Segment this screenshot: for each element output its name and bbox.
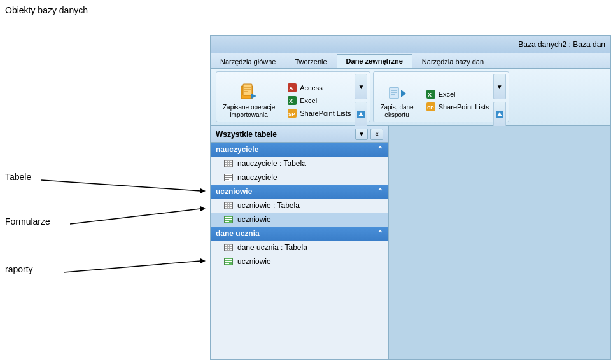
- nav-header-text: Wszystkie tabele: [216, 130, 277, 139]
- export-excel-dropdown[interactable]: ▼: [493, 74, 506, 99]
- import-access-dropdown[interactable]: ▼: [355, 74, 367, 99]
- nav-header: Wszystkie tabele ▼ «: [211, 126, 388, 143]
- ribbon-content: Zapisane operacjeimportowania A Access: [211, 69, 610, 126]
- svg-rect-20: [390, 87, 398, 99]
- nav-item-dane-ucznia-report[interactable]: uczniowie: [211, 255, 388, 269]
- nav-item-label: uczniowie: [237, 215, 271, 224]
- form-icon-nauczyciele: [223, 172, 234, 183]
- import-extra-btn[interactable]: [355, 102, 367, 127]
- ribbon-tabs: Narzędzia główne Tworzenie Dane zewnętrz…: [211, 53, 610, 69]
- access-import-icon: A: [287, 83, 297, 93]
- svg-marker-3: [200, 206, 206, 211]
- group-header-dane-ucznia[interactable]: dane ucznia ⌃: [211, 227, 388, 241]
- excel-export-button[interactable]: X Excel: [423, 88, 492, 100]
- group-collapse-dane-ucznia: ⌃: [377, 229, 383, 238]
- tab-dane-zewnetrzne[interactable]: Dane zewnętrzne: [337, 54, 412, 68]
- tab-narzedzia-glowne[interactable]: Narzędzia główne: [211, 54, 285, 68]
- import-small-btns: A Access X Excel: [284, 82, 353, 119]
- sharepoint-import-button[interactable]: SP SharePoint Lists: [284, 108, 353, 119]
- sharepoint-import-label: SharePoint Lists: [300, 109, 351, 117]
- svg-marker-1: [200, 188, 206, 193]
- svg-text:X: X: [428, 92, 432, 98]
- svg-text:A: A: [289, 85, 293, 92]
- group-header-nauczyciele[interactable]: nauczyciele ⌃: [211, 143, 388, 157]
- nav-dropdown-btn[interactable]: ▼: [355, 129, 368, 140]
- nav-item-label: dane ucznia : Tabela: [237, 243, 307, 252]
- group-name-dane-ucznia: dane ucznia: [216, 229, 260, 238]
- excel-export-label: Excel: [439, 90, 456, 98]
- svg-text:SP: SP: [427, 105, 434, 111]
- tab-narzedzia-bazy[interactable]: Narzędzia bazy dan: [412, 54, 493, 68]
- excel-import-button[interactable]: X Excel: [284, 95, 353, 106]
- excel-import-icon: X: [287, 95, 297, 106]
- nav-item-dane-ucznia-tabela[interactable]: dane ucznia : Tabela: [211, 241, 388, 255]
- svg-text:X: X: [289, 98, 293, 104]
- nav-item-uczniowie-tabela[interactable]: uczniowie : Tabela: [211, 199, 388, 213]
- report-icon-uczniowie: [223, 214, 234, 225]
- sharepoint-export-label: SharePoint Lists: [439, 103, 489, 111]
- nav-item-label: nauczyciele: [237, 173, 277, 182]
- main-content: [389, 126, 610, 359]
- svg-marker-24: [401, 90, 406, 97]
- svg-marker-11: [251, 94, 256, 99]
- importowanie-group: Zapisane operacjeimportowania A Access: [216, 71, 370, 122]
- group-name-nauczyciele: nauczyciele: [216, 145, 258, 154]
- sharepoint-export-icon: SP: [426, 102, 436, 112]
- nav-sidebar: Wszystkie tabele ▼ « nauczyciele ⌃: [211, 126, 389, 359]
- label-tabele: Tabele: [5, 172, 31, 182]
- nav-item-uczniowie-report[interactable]: uczniowie: [211, 213, 388, 227]
- svg-line-4: [64, 261, 200, 272]
- nav-item-label: uczniowie: [237, 257, 271, 266]
- table-icon-uczniowie: [223, 200, 234, 211]
- nav-panel: Wszystkie tabele ▼ « nauczyciele ⌃: [211, 126, 610, 359]
- label-formularze: Formularze: [5, 216, 50, 227]
- table-icon-dane-ucznia: [223, 242, 234, 253]
- access-window: Baza danych2 : Baza dan Narzędzia główne…: [210, 35, 611, 360]
- nav-item-label: uczniowie : Tabela: [237, 201, 300, 210]
- sharepoint-export-button[interactable]: SP SharePoint Lists: [423, 101, 492, 113]
- svg-line-0: [41, 180, 200, 191]
- eksportowanie-group: Zapis, daneeksportu X Excel: [373, 71, 509, 122]
- group-header-uczniowie[interactable]: uczniowie ⌃: [211, 185, 388, 199]
- zapisane-operacje-label: Zapisane operacjeimportowania: [223, 104, 275, 119]
- report-icon-dane-ucznia: [223, 256, 234, 267]
- title-bar-text: Baza danych2 : Baza dan: [518, 40, 605, 49]
- page-title: Obiekty bazy danych: [5, 5, 88, 15]
- svg-text:SP: SP: [288, 111, 295, 117]
- access-import-label: Access: [300, 84, 322, 92]
- zapisane-operacje-icon: [239, 82, 259, 102]
- tab-tworzenie[interactable]: Tworzenie: [285, 54, 336, 68]
- export-small-btns: X Excel SP SharePoint Lists: [423, 88, 492, 113]
- export-extra-btn[interactable]: [493, 102, 506, 127]
- excel-import-label: Excel: [300, 97, 317, 104]
- zapis-dane-icon: [387, 82, 407, 102]
- svg-marker-5: [200, 258, 206, 263]
- table-icon-nauczyciele: [223, 158, 234, 169]
- sharepoint-import-icon: SP: [287, 108, 297, 118]
- excel-export-icon: X: [426, 89, 436, 99]
- nav-item-label: nauczyciele : Tabela: [237, 159, 306, 168]
- nav-item-nauczyciele-form[interactable]: nauczyciele: [211, 171, 388, 185]
- nav-collapse-btn[interactable]: «: [370, 129, 383, 140]
- zapisane-operacje-button[interactable]: Zapisane operacjeimportowania: [219, 81, 279, 120]
- nav-item-nauczyciele-tabela[interactable]: nauczyciele : Tabela: [211, 157, 388, 171]
- group-name-uczniowie: uczniowie: [216, 187, 252, 196]
- nav-header-btns: ▼ «: [355, 129, 383, 140]
- zapis-dane-label: Zapis, daneeksportu: [380, 104, 413, 119]
- group-collapse-nauczyciele: ⌃: [377, 145, 383, 154]
- title-bar: Baza danych2 : Baza dan: [211, 36, 610, 53]
- group-collapse-uczniowie: ⌃: [377, 187, 383, 196]
- zapis-dane-button[interactable]: Zapis, daneeksportu: [376, 81, 417, 120]
- label-raporty: raporty: [5, 264, 33, 274]
- access-import-button[interactable]: A Access: [284, 82, 353, 94]
- svg-line-2: [70, 209, 200, 224]
